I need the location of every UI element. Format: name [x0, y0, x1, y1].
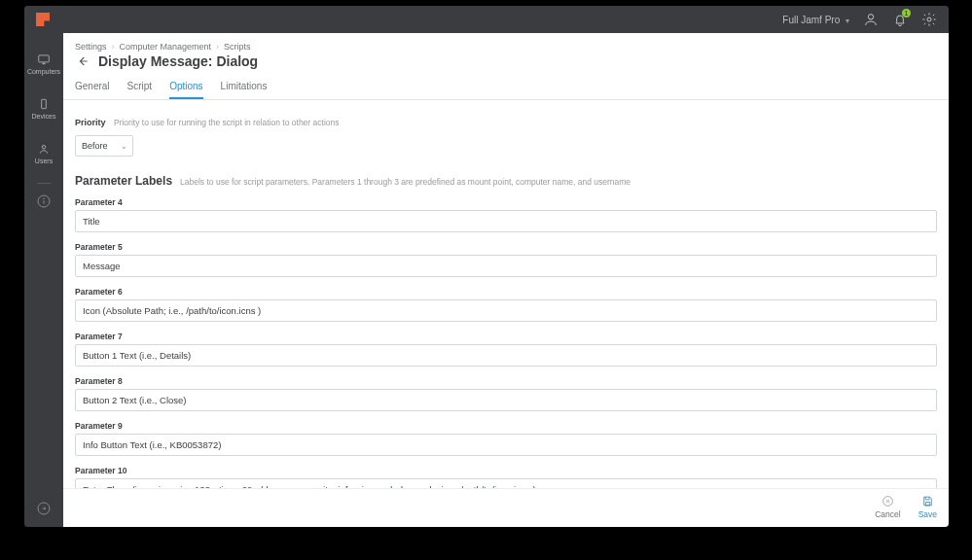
- page-title: Display Message: Dialog: [98, 53, 258, 69]
- param8-input[interactable]: [75, 389, 937, 411]
- product-label: Full Jamf Pro: [782, 15, 840, 25]
- save-label: Save: [918, 509, 937, 519]
- jamf-logo[interactable]: [36, 13, 50, 26]
- sidebar-item-users[interactable]: Users: [24, 132, 63, 173]
- breadcrumb: Settings › Computer Management › Scripts: [63, 33, 949, 52]
- param6-input[interactable]: [75, 299, 937, 322]
- cancel-button[interactable]: Cancel: [875, 495, 900, 519]
- param9-input[interactable]: [75, 434, 937, 456]
- param4-input[interactable]: [75, 210, 937, 232]
- chevron-right-icon: ›: [112, 42, 115, 52]
- chevron-right-icon: ›: [216, 42, 219, 52]
- sidebar-item-computers[interactable]: Computers: [24, 43, 63, 84]
- sidebar-item-label: Computers: [27, 68, 60, 75]
- param9-label: Parameter 9: [75, 421, 937, 431]
- svg-rect-2: [39, 54, 50, 61]
- chevron-down-icon: ▾: [846, 17, 849, 25]
- sidebar-item-devices[interactable]: Devices: [24, 88, 63, 128]
- priority-help: Priority to use for running the script i…: [114, 118, 340, 127]
- param5-input[interactable]: [75, 255, 937, 277]
- sidebar-item-label: Users: [35, 158, 53, 164]
- parameter-labels-help: Labels to use for script parameters. Par…: [180, 177, 630, 187]
- gear-icon[interactable]: [921, 12, 937, 27]
- param6-label: Parameter 6: [75, 287, 937, 297]
- param7-input[interactable]: [75, 344, 937, 367]
- param10-label: Parameter 10: [75, 466, 937, 475]
- priority-label: Priority: [75, 118, 106, 127]
- sidebar-item-label: Devices: [32, 113, 56, 120]
- parameter-labels-heading: Parameter Labels: [75, 174, 172, 188]
- bell-icon[interactable]: 1: [892, 12, 908, 27]
- sidebar-divider: [37, 183, 51, 184]
- svg-point-1: [927, 18, 931, 21]
- tab-general[interactable]: General: [75, 77, 110, 99]
- cancel-label: Cancel: [875, 509, 900, 519]
- priority-select[interactable]: Before ⌄: [75, 135, 133, 157]
- info-icon[interactable]: [36, 193, 52, 209]
- param5-label: Parameter 5: [75, 242, 937, 252]
- breadcrumb-computer-management[interactable]: Computer Management: [120, 42, 212, 52]
- product-switcher[interactable]: Full Jamf Pro ▾: [782, 15, 849, 25]
- svg-point-8: [44, 198, 45, 199]
- param7-label: Parameter 7: [75, 332, 937, 341]
- back-arrow-icon[interactable]: [75, 53, 90, 69]
- notification-badge: 1: [902, 9, 911, 18]
- user-icon[interactable]: [863, 12, 879, 27]
- svg-point-0: [868, 15, 873, 19]
- priority-value: Before: [75, 135, 133, 157]
- breadcrumb-scripts[interactable]: Scripts: [224, 42, 251, 52]
- param8-label: Parameter 8: [75, 376, 937, 386]
- param10-input[interactable]: [75, 478, 937, 488]
- svg-point-5: [42, 145, 46, 149]
- param4-label: Parameter 4: [75, 197, 937, 207]
- svg-rect-3: [42, 99, 47, 108]
- tab-limitations[interactable]: Limitations: [221, 77, 268, 99]
- sidebar-collapse-icon[interactable]: [35, 500, 53, 517]
- tab-script[interactable]: Script: [127, 77, 153, 99]
- breadcrumb-settings[interactable]: Settings: [75, 42, 107, 52]
- tab-options[interactable]: Options: [169, 77, 202, 99]
- save-button[interactable]: Save: [918, 495, 937, 519]
